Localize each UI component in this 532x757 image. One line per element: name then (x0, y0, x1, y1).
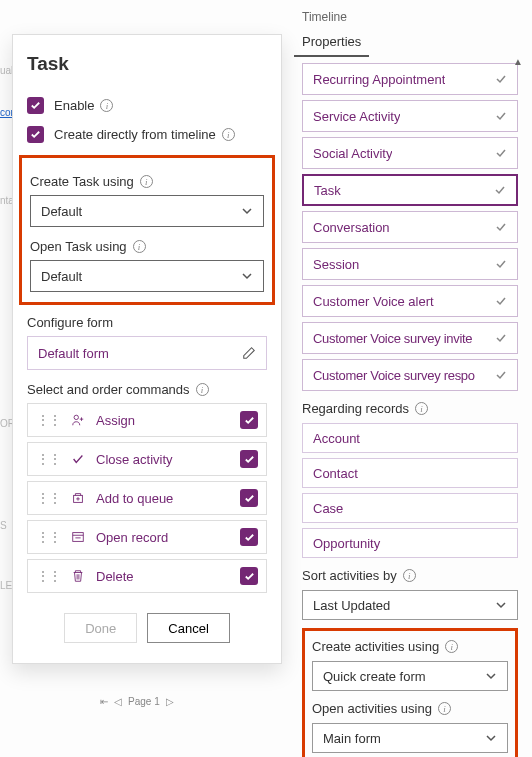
command-label: Close activity (96, 452, 240, 467)
chevron-down-icon (241, 270, 253, 282)
properties-tab[interactable]: Properties (294, 28, 369, 57)
grip-icon[interactable]: ⋮⋮ (36, 451, 60, 467)
chevron-down-icon (241, 205, 253, 217)
page-label: Page 1 (128, 696, 160, 707)
grip-icon[interactable]: ⋮⋮ (36, 529, 60, 545)
regarding-item[interactable]: Case (302, 493, 518, 523)
activity-type-item[interactable]: Social Activity (302, 137, 518, 169)
activity-type-item[interactable]: Customer Voice survey respo (302, 359, 518, 391)
regarding-item[interactable]: Opportunity (302, 528, 518, 558)
command-checkbox[interactable] (240, 411, 258, 429)
check-icon (495, 73, 507, 85)
info-icon[interactable]: i (100, 99, 113, 112)
command-label: Delete (96, 569, 240, 584)
svg-point-0 (74, 415, 78, 419)
activity-type-item[interactable]: Customer Voice survey invite (302, 322, 518, 354)
regarding-item[interactable]: Account (302, 423, 518, 453)
directly-label: Create directly from timeline (54, 127, 216, 142)
prev-page-icon[interactable]: ◁ (114, 696, 122, 707)
grip-icon[interactable]: ⋮⋮ (36, 490, 60, 506)
task-config-panel: Task Enable i Create directly from timel… (12, 34, 282, 664)
timeline-header: Timeline (294, 8, 526, 26)
panel-title: Task (27, 53, 267, 75)
command-item[interactable]: ⋮⋮ Close activity (27, 442, 267, 476)
activity-type-item-selected[interactable]: Task (302, 174, 518, 206)
pencil-icon (242, 346, 256, 360)
open-record-icon (70, 529, 86, 545)
cancel-button[interactable]: Cancel (147, 613, 229, 643)
chevron-down-icon (485, 732, 497, 744)
info-icon[interactable]: i (133, 240, 146, 253)
create-using-value: Default (41, 204, 82, 219)
pager[interactable]: ⇤ ◁ Page 1 ▷ (100, 696, 174, 707)
sort-by-value: Last Updated (313, 598, 390, 613)
create-using-select[interactable]: Default (30, 195, 264, 227)
open-activities-select[interactable]: Main form (312, 723, 508, 753)
create-activities-value: Quick create form (323, 669, 426, 684)
command-label: Assign (96, 413, 240, 428)
command-checkbox[interactable] (240, 567, 258, 585)
activity-type-item[interactable]: Recurring Appointment (302, 63, 518, 95)
command-checkbox[interactable] (240, 528, 258, 546)
command-item[interactable]: ⋮⋮ Open record (27, 520, 267, 554)
properties-panel: Timeline Properties ▲ Recurring Appointm… (294, 8, 526, 757)
info-icon[interactable]: i (222, 128, 235, 141)
create-activities-label: Create activities usingi (312, 639, 508, 654)
activity-type-item[interactable]: Conversation (302, 211, 518, 243)
info-icon[interactable]: i (140, 175, 153, 188)
done-button[interactable]: Done (64, 613, 137, 643)
command-item[interactable]: ⋮⋮ Add to queue (27, 481, 267, 515)
activity-type-item[interactable]: Session (302, 248, 518, 280)
check-icon (495, 295, 507, 307)
command-item[interactable]: ⋮⋮ Assign (27, 403, 267, 437)
grip-icon[interactable]: ⋮⋮ (36, 568, 60, 584)
sort-by-select[interactable]: Last Updated (302, 590, 518, 620)
check-icon (495, 110, 507, 122)
regarding-label: Regarding recordsi (302, 401, 518, 416)
check-icon (495, 332, 507, 344)
activity-type-item[interactable]: Service Activity (302, 100, 518, 132)
grip-icon[interactable]: ⋮⋮ (36, 412, 60, 428)
activity-type-item[interactable]: Customer Voice alert (302, 285, 518, 317)
sort-by-label: Sort activities byi (302, 568, 518, 583)
command-label: Open record (96, 530, 240, 545)
check-icon (494, 184, 506, 196)
chevron-down-icon (495, 599, 507, 611)
open-using-value: Default (41, 269, 82, 284)
info-icon[interactable]: i (403, 569, 416, 582)
enable-label: Enable (54, 98, 94, 113)
open-activities-value: Main form (323, 731, 381, 746)
command-checkbox[interactable] (240, 450, 258, 468)
chevron-down-icon (485, 670, 497, 682)
configure-form-field[interactable]: Default form (27, 336, 267, 370)
regarding-item[interactable]: Contact (302, 458, 518, 488)
collapse-icon[interactable]: ▲ (513, 56, 523, 67)
open-using-label: Open Task usingi (30, 239, 264, 254)
command-label: Add to queue (96, 491, 240, 506)
info-icon[interactable]: i (438, 702, 451, 715)
first-page-icon[interactable]: ⇤ (100, 696, 108, 707)
create-activities-select[interactable]: Quick create form (312, 661, 508, 691)
close-icon (70, 451, 86, 467)
check-icon (495, 369, 507, 381)
configure-form-label: Configure form (27, 315, 267, 330)
open-using-select[interactable]: Default (30, 260, 264, 292)
check-icon (495, 147, 507, 159)
highlight-box-1: Create Task usingi Default Open Task usi… (19, 155, 275, 305)
assign-icon (70, 412, 86, 428)
info-icon[interactable]: i (196, 383, 209, 396)
next-page-icon[interactable]: ▷ (166, 696, 174, 707)
svg-rect-2 (73, 533, 84, 542)
command-item[interactable]: ⋮⋮ Delete (27, 559, 267, 593)
directly-checkbox[interactable] (27, 126, 44, 143)
info-icon[interactable]: i (445, 640, 458, 653)
directly-row[interactable]: Create directly from timeline i (27, 126, 267, 143)
create-using-label: Create Task usingi (30, 174, 264, 189)
info-icon[interactable]: i (415, 402, 428, 415)
enable-checkbox[interactable] (27, 97, 44, 114)
highlight-box-2: Create activities usingi Quick create fo… (302, 628, 518, 757)
commands-label: Select and order commandsi (27, 382, 267, 397)
enable-row[interactable]: Enable i (27, 97, 267, 114)
command-checkbox[interactable] (240, 489, 258, 507)
delete-icon (70, 568, 86, 584)
